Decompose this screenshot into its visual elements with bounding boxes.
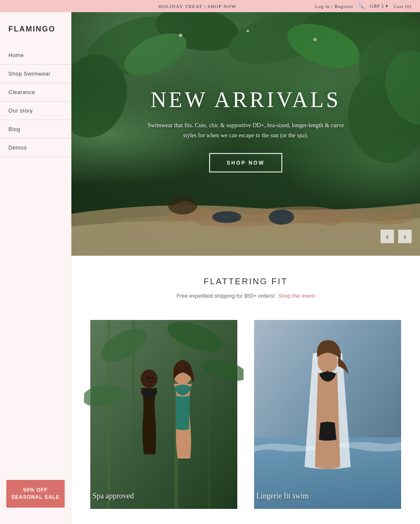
sidebar-item-home: Home — [0, 46, 71, 65]
prev-arrow-icon: ‹ — [386, 232, 389, 241]
shop-event-link[interactable]: Shop the event — [278, 293, 315, 299]
lingerie-fit-image — [248, 320, 407, 509]
flattering-heading: FLATTERING FIT — [80, 277, 412, 286]
flattering-fit-section: FLATTERING FIT Free expedited shipping f… — [71, 256, 420, 312]
sidebar: FLAMINGO Home Shop Swimwear Clearance Ou… — [0, 12, 71, 524]
login-register-link[interactable]: Log in / Register — [315, 4, 353, 9]
site-logo[interactable]: FLAMINGO — [0, 21, 71, 46]
hero-title: NEW ARRIVALS — [106, 87, 385, 112]
product-grid: Spa approved — [71, 312, 420, 517]
currency-selector[interactable]: GBP £ ▾ — [370, 3, 388, 9]
sidebar-item-our-story: Our story — [0, 102, 71, 120]
search-icon[interactable]: 🔍 — [358, 3, 365, 9]
product-label-spa-approved: Spa approved — [92, 492, 134, 500]
svg-point-12 — [313, 38, 317, 41]
hero-next-button[interactable]: › — [398, 230, 412, 243]
page-layout: FLAMINGO Home Shop Swimwear Clearance Ou… — [0, 12, 420, 524]
header-actions: Log in / Register 🔍 GBP £ ▾ Cart (0) — [315, 3, 412, 9]
product-card-lingerie-fit[interactable]: Lingerie fit swim — [248, 320, 407, 509]
product-card-spa-approved[interactable]: Spa approved — [84, 320, 244, 509]
sidebar-nav: Home Shop Swimwear Clearance Our story B… — [0, 46, 71, 472]
sidebar-item-blog: Blog — [0, 120, 71, 139]
svg-point-11 — [247, 30, 249, 32]
product-label-lingerie-fit: Lingerie fit swim — [256, 492, 309, 500]
svg-point-10 — [179, 34, 182, 37]
sidebar-link-clearance[interactable]: Clearance — [0, 83, 71, 101]
svg-point-30 — [151, 377, 154, 379]
hero-prev-button[interactable]: ‹ — [381, 230, 394, 243]
sidebar-item-demos: Demos — [0, 139, 71, 157]
sale-button[interactable]: 50% OFF SEASONAL SALE — [6, 480, 65, 508]
spa-approved-image — [84, 320, 244, 509]
svg-point-15 — [168, 196, 197, 215]
announcement-text: HOLIDAY TREAT | SHOP NOW — [80, 4, 315, 9]
sidebar-link-shop-swimwear[interactable]: Shop Swimwear — [0, 65, 71, 83]
hero-section: NEW ARRIVALS Swimwear that fits. Cute, c… — [71, 12, 420, 256]
cart-link[interactable]: Cart (0) — [394, 4, 412, 9]
hero-subtitle: Swimwear that fits. Cute, chic & support… — [141, 121, 351, 141]
sidebar-item-shop-swimwear: Shop Swimwear — [0, 65, 71, 83]
flattering-description: Free expedited shipping for $50+ orders!… — [80, 293, 412, 299]
svg-point-17 — [269, 210, 294, 225]
sidebar-link-our-story[interactable]: Our story — [0, 102, 71, 120]
sidebar-item-clearance: Clearance — [0, 83, 71, 102]
hero-cta-button[interactable]: SHOP NOW — [209, 153, 282, 172]
next-arrow-icon: › — [404, 232, 407, 241]
chevron-down-icon: ▾ — [386, 3, 388, 8]
svg-point-29 — [147, 377, 150, 379]
sidebar-link-blog[interactable]: Blog — [0, 120, 71, 138]
main-content: NEW ARRIVALS Swimwear that fits. Cute, c… — [71, 12, 420, 524]
sidebar-link-home[interactable]: Home — [0, 46, 71, 64]
svg-point-16 — [212, 211, 242, 223]
hero-carousel-nav: ‹ › — [381, 230, 412, 243]
sidebar-link-demos[interactable]: Demos — [0, 139, 71, 157]
hero-content: NEW ARRIVALS Swimwear that fits. Cute, c… — [106, 87, 385, 173]
announcement-bar: HOLIDAY TREAT | SHOP NOW Log in / Regist… — [0, 0, 420, 12]
